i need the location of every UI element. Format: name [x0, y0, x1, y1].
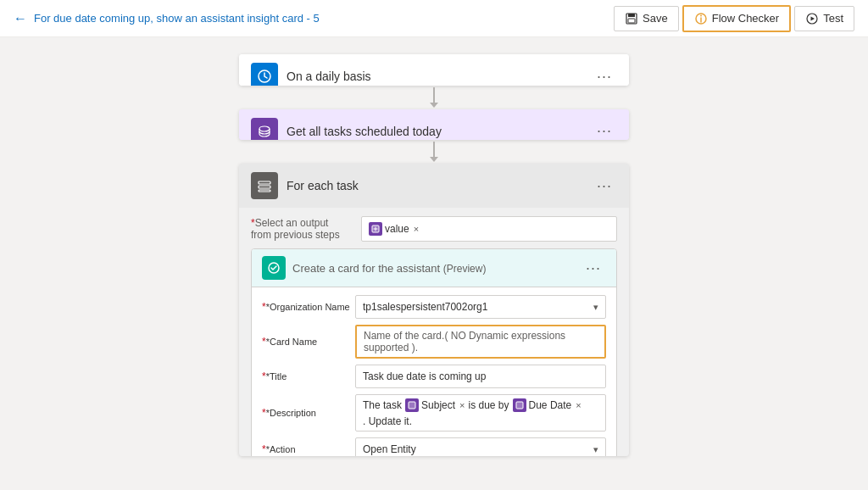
svg-rect-14	[516, 402, 523, 409]
card-name-placeholder: Name of the card.( NO Dynamic expression…	[364, 330, 598, 354]
tasks-title: Get all tasks scheduled today	[287, 125, 592, 138]
duedate-tag-text: Due Date	[529, 399, 572, 411]
svg-point-4	[700, 14, 702, 16]
foreach-header: For each task ···	[239, 164, 629, 208]
svg-rect-2	[628, 19, 635, 23]
save-button[interactable]: Save	[614, 6, 679, 31]
foreach-icon	[251, 172, 278, 199]
select-output-input[interactable]: value ×	[361, 216, 617, 242]
connector-2	[430, 142, 438, 162]
flow-checker-label: Flow Checker	[712, 12, 779, 25]
test-label: Test	[823, 12, 843, 25]
desc-suffix: . Update it.	[363, 415, 412, 427]
select-output-row: *Select an outputfrom previous steps val…	[251, 216, 617, 242]
org-name-input[interactable]: tp1salespersistent7002org1 ▾	[355, 295, 606, 319]
svg-rect-10	[259, 190, 270, 192]
card-name-label: **Card Name	[262, 336, 355, 348]
duedate-tag-icon	[513, 398, 526, 412]
org-name-value: tp1salespersistent7002org1	[363, 301, 487, 313]
action-row: **Action Open Entity ▾	[262, 437, 606, 456]
save-label: Save	[643, 12, 668, 25]
daily-icon	[251, 63, 278, 86]
daily-node: On a daily basis ···	[239, 54, 629, 86]
description-label: **Description	[262, 407, 355, 419]
save-icon	[625, 12, 638, 25]
select-output-label: *Select an outputfrom previous steps	[251, 217, 361, 241]
card-icon	[262, 256, 286, 280]
daily-more[interactable]: ···	[592, 66, 617, 86]
desc-prefix: The task	[363, 399, 402, 411]
card-node: Create a card for the assistant (Preview…	[251, 248, 617, 456]
value-tag-icon	[369, 222, 382, 236]
description-row: **Description The task Subject	[262, 394, 606, 432]
tasks-more[interactable]: ···	[592, 120, 617, 140]
description-input[interactable]: The task Subject × is due by	[355, 394, 606, 432]
org-name-label: **Organization Name	[262, 301, 355, 313]
org-name-row: **Organization Name tp1salespersistent70…	[262, 294, 606, 320]
header: ← For due date coming up, show an assist…	[0, 0, 868, 37]
svg-rect-9	[259, 186, 270, 188]
daily-title: On a daily basis	[287, 70, 592, 83]
back-icon: ←	[14, 11, 27, 26]
action-chevron: ▾	[593, 444, 598, 455]
title-input[interactable]: Task due date is coming up	[355, 365, 606, 388]
card-node-title: Create a card for the assistant (Preview…	[292, 262, 581, 275]
action-value: Open Entity	[363, 443, 416, 455]
action-input[interactable]: Open Entity ▾	[355, 437, 606, 456]
card-name-input[interactable]: Name of the card.( NO Dynamic expression…	[355, 325, 606, 359]
org-name-chevron: ▾	[593, 302, 598, 313]
card-more[interactable]: ···	[581, 258, 606, 279]
foreach-body: *Select an outputfrom previous steps val…	[239, 208, 629, 456]
foreach-more[interactable]: ···	[592, 175, 617, 197]
svg-rect-1	[628, 14, 635, 17]
duedate-tag: Due Date ×	[513, 398, 581, 412]
foreach-title: For each task	[287, 179, 592, 192]
header-actions: Save Flow Checker Test	[614, 5, 854, 32]
card-node-header: Create a card for the assistant (Preview…	[252, 249, 616, 287]
card-fields: **Organization Name tp1salespersistent70…	[252, 287, 616, 456]
svg-rect-13	[409, 402, 415, 409]
page-title: For due date coming up, show an assistan…	[34, 12, 320, 25]
subject-tag-text: Subject	[421, 399, 455, 411]
tasks-node: Get all tasks scheduled today ···	[239, 109, 629, 141]
svg-point-7	[259, 126, 270, 131]
test-icon	[805, 12, 819, 25]
value-tag-text: value	[385, 223, 409, 235]
flow-checker-icon	[694, 12, 708, 25]
duedate-tag-close[interactable]: ×	[576, 400, 581, 410]
flow-checker-button[interactable]: Flow Checker	[682, 5, 791, 32]
daily-node-header: On a daily basis ···	[239, 54, 629, 86]
action-label: **Action	[262, 443, 355, 455]
title-value: Task due date is coming up	[363, 370, 486, 382]
subject-tag-close[interactable]: ×	[459, 400, 465, 410]
test-button[interactable]: Test	[794, 6, 854, 31]
subject-tag: Subject ×	[405, 398, 465, 412]
title-row: **Title Task due date is coming up	[262, 364, 606, 389]
connector-1	[430, 87, 438, 108]
breadcrumb[interactable]: ← For due date coming up, show an assist…	[14, 11, 614, 26]
svg-rect-8	[259, 181, 270, 184]
tasks-icon	[251, 118, 278, 141]
desc-middle: is due by	[469, 399, 509, 411]
value-tag: value ×	[369, 222, 419, 236]
tasks-node-header: Get all tasks scheduled today ···	[239, 109, 629, 141]
value-tag-close[interactable]: ×	[414, 224, 419, 234]
subject-tag-icon	[405, 398, 419, 412]
title-label: **Title	[262, 370, 355, 382]
card-name-row: **Card Name Name of the card.( NO Dynami…	[262, 325, 606, 359]
canvas: On a daily basis ··· Get all tasks sched…	[0, 37, 868, 490]
foreach-node: For each task ··· *Select an outputfrom …	[239, 164, 629, 456]
